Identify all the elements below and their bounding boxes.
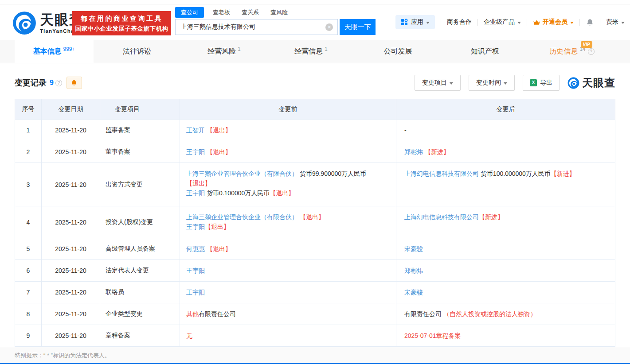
entity-link[interactable]: 王宇阳: [186, 190, 205, 197]
cell-line: 何惠惠 【退出】: [186, 244, 389, 254]
filter-change-item-dropdown[interactable]: 变更项目: [415, 75, 461, 91]
page-tab-label: 历史信息: [549, 47, 578, 56]
change-date-cell: 2025-11-20: [42, 163, 100, 206]
subscribe-bell-button[interactable]: [67, 77, 82, 89]
change-tag: 无: [186, 331, 192, 341]
page-tab[interactable]: 公司发展: [355, 40, 442, 63]
export-button[interactable]: 导出: [523, 75, 560, 91]
vip-badge: VIP: [581, 41, 592, 48]
slogan-line2: 国家中小企业发展子基金旗下机构: [72, 24, 171, 33]
search-tab[interactable]: 查公司: [175, 7, 204, 18]
entity-link[interactable]: 何惠惠: [186, 245, 207, 252]
cell-line: 郑彬炜 【新进】: [404, 147, 608, 157]
divider: [477, 19, 478, 26]
change-date-cell: 2025-11-20: [42, 238, 100, 260]
table-row: 82025-11-20企业类型变更其他有限责任公司有限责任公司 （自然人投资或控…: [15, 303, 615, 325]
table-row: 62025-11-20法定代表人变更王宇阳郑彬炜: [15, 260, 615, 282]
tab-count-badge: 1: [325, 46, 328, 52]
nav-enterprise-products[interactable]: 企业级产品: [484, 18, 521, 26]
table-row: 32025-11-20出资方式变更上海三鹅企业管理合伙企业（有限合伙） 货币99…: [15, 163, 615, 206]
apps-menu[interactable]: 应用: [395, 15, 435, 29]
entity-link[interactable]: 上海幻电信息科技有限公司: [404, 213, 479, 221]
entity-link[interactable]: 王宇阳: [186, 148, 207, 155]
record-count: 9: [50, 79, 54, 87]
page-tab[interactable]: 知识产权: [442, 40, 528, 63]
change-tag: 【新进】: [425, 147, 450, 157]
entity-link[interactable]: 宋豪骏: [404, 289, 423, 296]
nav-open-vip[interactable]: 开通会员: [533, 18, 574, 26]
before-change-cell: 上海三鹅企业管理合伙企业（有限合伙） 【退出】王宇阳【退出】: [180, 206, 396, 238]
help-icon[interactable]: [588, 48, 595, 55]
divider: [579, 19, 580, 26]
page-tab[interactable]: 基本信息999+: [15, 40, 94, 63]
entity-link[interactable]: 宋豪骏: [404, 245, 423, 252]
watermark-text: 天眼查: [582, 76, 615, 90]
page-tab[interactable]: 历史信息14VIP: [528, 40, 615, 63]
export-label: 导出: [540, 79, 552, 87]
search-input[interactable]: [176, 19, 337, 35]
cell-line: 2025-07-01章程备案: [404, 331, 608, 341]
row-number-cell: 4: [15, 206, 42, 238]
excel-icon: [530, 79, 537, 86]
page-tab-bar: 基本信息999+法律诉讼经营风险1经营信息1公司发展知识产权历史信息14VIP: [0, 40, 630, 63]
before-change-cell: 上海三鹅企业管理合伙企业（有限合伙） 货币99.900000万人民币【退出】王宇…: [180, 163, 396, 206]
cell-line: 王宇阳: [186, 266, 389, 275]
grid-icon: [401, 19, 408, 26]
change-item-cell: 章程备案: [100, 325, 180, 347]
vip-label: 开通会员: [543, 18, 567, 26]
crown-icon: [533, 19, 540, 26]
entity-link[interactable]: 王宇阳: [186, 267, 205, 274]
page-tab-label: 经营风险: [207, 47, 236, 56]
search-tab[interactable]: 查老板: [213, 8, 230, 16]
before-change-cell: 王宇阳 【退出】: [180, 141, 396, 163]
section-header: 变更记录 9 变更项目 变更时间 导出: [15, 75, 615, 91]
page-tab[interactable]: 经营风险1: [180, 40, 267, 63]
search-tab[interactable]: 查关系: [242, 8, 259, 16]
search-button[interactable]: 天眼一下: [340, 19, 376, 35]
page-tab[interactable]: 法律诉讼: [94, 40, 180, 63]
cell-text: 货币99.900000万人民币: [298, 170, 366, 177]
table-body: 12025-11-20监事备案王智开 【退出】-22025-11-20董事备案王…: [15, 120, 615, 347]
entity-link[interactable]: 王宇阳: [186, 223, 205, 230]
entity-link[interactable]: 王智开: [186, 127, 207, 134]
divider: [527, 19, 527, 26]
chevron-down-icon: [570, 22, 574, 26]
nav-biz-cooperation[interactable]: 商务合作: [447, 18, 472, 26]
cell-text: 货币100.000000万人民币: [479, 170, 551, 177]
change-tag: 【新进】: [551, 169, 575, 178]
help-icon[interactable]: [55, 80, 62, 86]
change-tag: 【退出】: [207, 125, 231, 135]
section-title: 变更记录: [15, 77, 47, 88]
username: 费米: [606, 18, 618, 26]
before-change-cell: 王宇阳: [180, 260, 396, 282]
row-number-cell: 5: [15, 238, 42, 260]
after-change-cell: 上海幻电信息科技有限公司【新进】: [396, 206, 615, 238]
entity-link[interactable]: 王宇阳: [186, 289, 205, 296]
table-row: 12025-11-20监事备案王智开 【退出】-: [15, 120, 615, 141]
search-tab[interactable]: 查风险: [270, 8, 288, 16]
row-number-cell: 1: [15, 120, 42, 141]
entity-link[interactable]: 上海幻电信息科技有限公司: [404, 170, 479, 177]
page-tab[interactable]: 经营信息1: [267, 40, 354, 63]
entity-link[interactable]: 上海三鹅企业管理合伙企业（有限合伙）: [186, 170, 298, 177]
tianyancha-logo-icon[interactable]: [12, 11, 36, 35]
before-change-cell: 王宇阳: [180, 282, 396, 303]
entity-link[interactable]: 郑彬炜: [404, 267, 423, 274]
slogan-banner: 都在用的商业查询工具 国家中小企业发展子基金旗下机构: [72, 11, 171, 35]
page-tab-label: 基本信息: [33, 47, 61, 56]
filter-change-time-dropdown[interactable]: 变更时间: [469, 75, 515, 91]
entity-link[interactable]: 郑彬炜: [404, 148, 425, 155]
change-tag: 【退出】: [207, 147, 231, 157]
top-nav: 应用 商务合作 企业级产品 开通会员 费米: [395, 14, 625, 30]
entity-link[interactable]: 上海三鹅企业管理合伙企业（有限合伙）: [186, 213, 300, 221]
page-tab-label: 知识产权: [471, 47, 499, 56]
change-item-cell: 联络员: [100, 282, 180, 303]
filter-label: 变更项目: [422, 79, 447, 87]
cell-line: 其他有限责任公司: [186, 309, 389, 319]
cell-text: -: [404, 127, 407, 134]
nav-user-menu[interactable]: 费米: [606, 18, 625, 26]
notifications-bell-icon[interactable]: [586, 18, 594, 27]
row-number-cell: 7: [15, 282, 42, 303]
tab-count-badge: 1: [238, 46, 241, 52]
special-note: 特别提示：“ * ”标识的为法定代表人。: [0, 347, 630, 363]
